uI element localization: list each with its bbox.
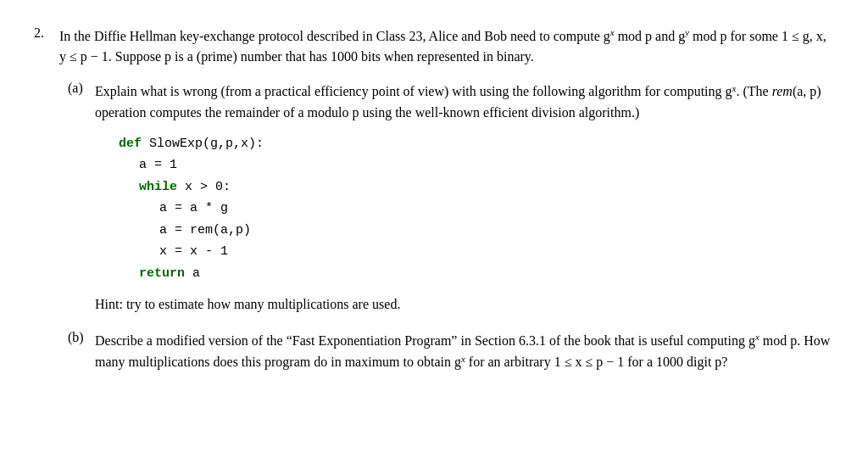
part-b: (b) Describe a modified version of the “… bbox=[68, 330, 831, 373]
while-keyword: while bbox=[139, 180, 177, 194]
problem-num-label: 2. bbox=[34, 25, 53, 67]
code-line-4: a = a * g bbox=[159, 198, 831, 220]
assign-a: a = 1 bbox=[139, 158, 177, 172]
code-line-1: def SlowExp(g,p,x): bbox=[119, 133, 831, 155]
part-a-letter: (a) bbox=[68, 81, 88, 122]
def-keyword: def bbox=[119, 137, 142, 151]
part-b-text3: for an arbitrary 1 ≤ x ≤ p − 1 for a 100… bbox=[465, 355, 728, 370]
code-line-2: a = 1 bbox=[139, 154, 831, 176]
func-sig: SlowExp(g,p,x): bbox=[149, 137, 264, 151]
assign-a-times-g: a = a * g bbox=[159, 201, 228, 215]
part-a-label-row: (a) Explain what is wrong (from a practi… bbox=[68, 81, 831, 122]
part-a-text1: Explain what is wrong (from a practical … bbox=[95, 85, 732, 99]
while-cond: x > 0: bbox=[185, 180, 231, 194]
part-b-label-row: (b) Describe a modified version of the “… bbox=[68, 330, 831, 373]
problem-number: 2. In the Diffie Hellman key-exchange pr… bbox=[34, 25, 831, 67]
problem-intro-text: In the Diffie Hellman key-exchange proto… bbox=[59, 25, 831, 67]
code-line-7: return a bbox=[139, 263, 831, 285]
part-a: (a) Explain what is wrong (from a practi… bbox=[68, 81, 831, 315]
code-line-3: while x > 0: bbox=[139, 176, 831, 198]
intro-mid1: mod p and g bbox=[615, 29, 686, 43]
return-val: a bbox=[192, 266, 200, 281]
return-keyword: return bbox=[139, 266, 185, 281]
assign-a-rem: a = rem(a,p) bbox=[159, 223, 251, 237]
code-line-5: a = rem(a,p) bbox=[159, 220, 831, 242]
rem-func: rem bbox=[772, 85, 793, 99]
part-b-text: Describe a modified version of the “Fast… bbox=[95, 330, 831, 373]
part-b-text1: Describe a modified version of the “Fast… bbox=[95, 333, 755, 348]
code-block: def SlowExp(g,p,x): a = 1 while x > 0: a… bbox=[119, 133, 831, 285]
assign-x-dec: x = x - 1 bbox=[159, 244, 228, 259]
part-a-text2: . (The bbox=[736, 85, 771, 99]
code-line-6: x = x - 1 bbox=[159, 241, 831, 263]
intro-text-1: In the Diffie Hellman key-exchange proto… bbox=[59, 29, 610, 43]
hint-text: Hint: try to estimate how many multiplic… bbox=[95, 294, 831, 315]
problem-container: 2. In the Diffie Hellman key-exchange pr… bbox=[34, 25, 831, 373]
part-b-letter: (b) bbox=[68, 330, 88, 373]
part-a-text: Explain what is wrong (from a practical … bbox=[95, 81, 831, 122]
